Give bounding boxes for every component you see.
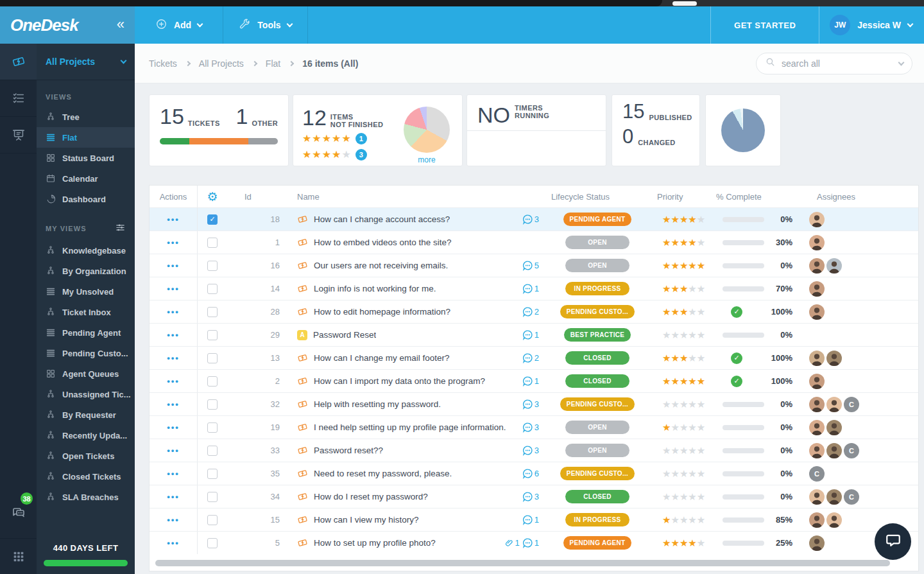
comments-indicator[interactable]: 6 <box>522 468 539 479</box>
row-checkbox[interactable] <box>207 469 218 479</box>
comments-indicator[interactable]: 2 <box>522 352 539 363</box>
priority-stars[interactable]: ★★★★★ <box>646 422 716 432</box>
table-row[interactable]: •••2How can I import my data onto the pr… <box>150 369 918 392</box>
more-link[interactable]: more <box>398 155 456 164</box>
priority-stars[interactable]: ★★★★★ <box>646 399 716 409</box>
lifecycle-status-badge[interactable]: OPEN <box>565 421 629 434</box>
comments-indicator[interactable]: 3 <box>522 422 539 433</box>
lifecycle-status-badge[interactable]: OPEN <box>565 259 629 272</box>
sidebar-item-status-board[interactable]: Status Board <box>37 148 135 168</box>
row-actions-button[interactable]: ••• <box>167 492 180 501</box>
chat-widget-button[interactable] <box>875 523 911 560</box>
table-row[interactable]: •••32Help with resetting my password.3PE… <box>150 392 918 415</box>
search-input[interactable] <box>782 58 893 69</box>
comments-indicator[interactable]: 1 <box>522 514 539 525</box>
priority-stars[interactable]: ★★★★★ <box>646 469 716 478</box>
table-row[interactable]: •••29APassword Reset1BEST PRACTICE★★★★★0… <box>150 323 918 346</box>
sidebar-item-by-organization[interactable]: By Organization <box>37 261 135 281</box>
row-actions-button[interactable]: ••• <box>167 422 180 432</box>
priority-stars[interactable]: ★★★★★ <box>646 330 716 340</box>
sidebar-item-ticket-inbox[interactable]: Ticket Inbox <box>37 302 135 322</box>
priority-stars[interactable]: ★★★★★ <box>646 446 716 455</box>
comments-indicator[interactable]: 3 <box>522 214 539 225</box>
project-selector[interactable]: All Projects <box>37 44 135 80</box>
lifecycle-status-badge[interactable]: OPEN <box>565 444 629 457</box>
priority-stars[interactable]: ★★★★★ <box>646 353 716 363</box>
sidebar-item-recently-upda[interactable]: Recently Upda... <box>37 425 135 446</box>
priority-stars[interactable]: ★★★★★ <box>646 214 716 224</box>
filter-icon[interactable] <box>115 222 126 234</box>
comments-indicator[interactable]: 1 <box>522 283 539 294</box>
comments-indicator[interactable]: 5 <box>522 260 539 271</box>
lifecycle-status-badge[interactable]: PENDING CUSTO... <box>560 397 635 411</box>
row-actions-button[interactable]: ••• <box>167 307 180 317</box>
row-checkbox[interactable] <box>207 284 218 294</box>
comments-indicator[interactable]: 3 <box>522 445 539 456</box>
sidebar-item-unassigned-tic[interactable]: Unassigned Tic... <box>37 384 135 404</box>
sidebar-item-open-tickets[interactable]: Open Tickets <box>37 446 135 466</box>
lifecycle-status-badge[interactable]: BEST PRACTICE <box>564 328 631 342</box>
comments-indicator[interactable]: 3 <box>522 399 539 410</box>
priority-stars[interactable]: ★★★★★ <box>646 515 716 525</box>
table-row[interactable]: •••✓18How can I change account access?3P… <box>150 207 918 230</box>
lifecycle-status-badge[interactable]: IN PROGRESS <box>565 513 629 526</box>
priority-stars[interactable]: ★★★★★ <box>646 261 716 270</box>
row-actions-button[interactable]: ••• <box>167 538 180 548</box>
row-checkbox[interactable] <box>207 261 218 271</box>
sidebar-item-pending-agent[interactable]: Pending Agent <box>37 322 135 343</box>
sidebar-item-calendar[interactable]: Calendar <box>37 168 135 189</box>
row-actions-button[interactable]: ••• <box>167 284 180 293</box>
lifecycle-status-badge[interactable]: PENDING AGENT <box>563 536 632 550</box>
comments-indicator[interactable]: 1 <box>522 329 539 340</box>
lifecycle-status-badge[interactable]: CLOSED <box>565 490 629 503</box>
sidebar-item-agent-queues[interactable]: Agent Queues <box>37 363 135 384</box>
columns-gear-icon[interactable]: ⚙ <box>198 191 227 203</box>
breadcrumb-link[interactable]: Tickets <box>149 58 177 69</box>
row-actions-button[interactable]: ••• <box>167 330 180 340</box>
lifecycle-status-badge[interactable]: CLOSED <box>565 374 629 388</box>
table-row[interactable]: •••35Need to reset my password, please.6… <box>150 462 918 485</box>
sidebar-item-pending-custo[interactable]: Pending Custo... <box>37 343 135 363</box>
row-actions-button[interactable]: ••• <box>167 353 180 363</box>
table-row[interactable]: •••14Login info is not working for me.1I… <box>150 277 918 300</box>
messenger-icon[interactable]: 38 <box>0 498 37 526</box>
row-checkbox[interactable] <box>207 538 218 548</box>
chevron-down-icon[interactable] <box>898 60 905 66</box>
row-checkbox[interactable] <box>207 330 218 340</box>
sidebar-item-knowledgebase[interactable]: Knowledgebase <box>37 240 135 261</box>
sidebar-item-flat[interactable]: Flat <box>37 127 135 148</box>
sidebar-item-closed-tickets[interactable]: Closed Tickets <box>37 466 135 487</box>
row-actions-button[interactable]: ••• <box>167 469 180 478</box>
table-row[interactable]: •••28How to edit homepage information?2P… <box>150 300 918 323</box>
add-menu-button[interactable]: Add <box>135 6 223 44</box>
lifecycle-status-badge[interactable]: IN PROGRESS <box>565 282 629 295</box>
row-checkbox[interactable] <box>207 422 218 433</box>
lifecycle-status-badge[interactable]: PENDING CUSTO... <box>560 467 635 480</box>
row-actions-button[interactable]: ••• <box>167 515 180 525</box>
priority-stars[interactable]: ★★★★★ <box>646 538 716 548</box>
table-row[interactable]: •••5How to set up my profile photo?11PEN… <box>150 531 918 554</box>
row-checkbox[interactable] <box>207 238 218 248</box>
breadcrumb-link[interactable]: All Projects <box>199 58 244 69</box>
sidebar-item-sla-breaches[interactable]: SLA Breaches <box>37 487 135 507</box>
lifecycle-status-badge[interactable]: OPEN <box>565 236 629 249</box>
row-actions-button[interactable]: ••• <box>167 376 180 386</box>
scrollbar-thumb[interactable] <box>155 560 890 566</box>
sidebar-item-dashboard[interactable]: Dashboard <box>37 189 135 209</box>
sidebar-collapse-icon[interactable]: « <box>117 17 124 33</box>
row-checkbox[interactable] <box>207 492 218 502</box>
table-row[interactable]: •••15How can I view my history?1IN PROGR… <box>150 508 918 531</box>
row-actions-button[interactable]: ••• <box>167 214 180 224</box>
onedesk-logo[interactable]: OneDesk <box>10 15 117 35</box>
row-checkbox[interactable]: ✓ <box>207 214 218 225</box>
priority-stars[interactable]: ★★★★★ <box>646 376 716 386</box>
table-row[interactable]: •••19I need help setting up my profile p… <box>150 415 918 439</box>
row-actions-button[interactable]: ••• <box>167 399 180 409</box>
priority-stars[interactable]: ★★★★★ <box>646 492 716 501</box>
lifecycle-status-badge[interactable]: PENDING AGENT <box>563 213 632 226</box>
table-row[interactable]: •••16Our users are not receiving emails.… <box>150 254 918 277</box>
attachment-indicator[interactable]: 1 <box>505 538 520 548</box>
row-actions-button[interactable]: ••• <box>167 238 180 247</box>
user-menu[interactable]: JW Jessica W <box>819 6 924 44</box>
get-started-button[interactable]: GET STARTED <box>710 6 819 44</box>
